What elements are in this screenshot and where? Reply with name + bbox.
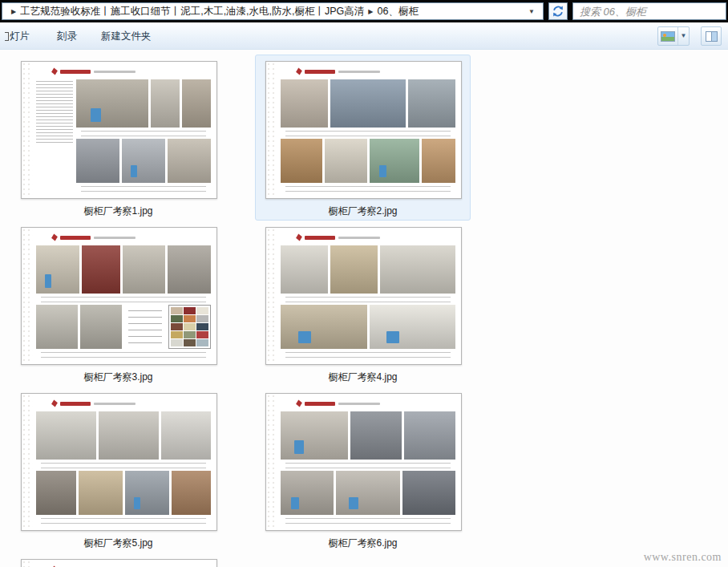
toolbar-item-slideshow[interactable]: 灯片 — [0, 26, 34, 47]
search-input[interactable] — [573, 3, 726, 19]
swatch-cell — [196, 323, 208, 330]
worker-figure — [291, 497, 299, 509]
swatch-cell — [196, 315, 208, 322]
file-item[interactable]: 橱柜厂考察7.jpg — [10, 553, 226, 567]
worker-figure — [131, 165, 137, 177]
photo-row — [281, 471, 455, 515]
photo-shade — [82, 245, 120, 294]
photo-caption-lines — [41, 461, 206, 469]
photo-tile — [76, 79, 148, 128]
photo-shade — [408, 79, 455, 128]
file-item[interactable]: 橱柜厂考察4.jpg — [255, 221, 471, 387]
photo-shade — [281, 245, 328, 294]
photo-tile — [151, 79, 180, 128]
preview-pane-button[interactable] — [701, 26, 722, 46]
photo-tile — [182, 79, 211, 128]
photo-caption-lines — [41, 350, 206, 358]
watermark: www.snren.com — [644, 551, 722, 564]
file-thumbnail — [265, 227, 462, 365]
photo-tile — [82, 245, 120, 294]
photo-row — [36, 411, 211, 460]
views-dropdown-icon[interactable]: ▼ — [677, 27, 689, 45]
worker-figure — [298, 331, 311, 343]
material-swatch-grid — [168, 305, 211, 349]
page-title-decoration — [305, 236, 335, 240]
file-item[interactable]: 橱柜厂考察6.jpg — [255, 387, 471, 553]
page-subtitle-decoration — [94, 71, 135, 73]
photo-tile — [161, 411, 211, 460]
file-item[interactable]: 橱柜厂考察1.jpg — [10, 55, 226, 221]
file-thumbnail — [265, 61, 462, 199]
photo-shade — [36, 245, 79, 294]
photo-shade — [281, 471, 334, 515]
photo-caption-lines — [81, 129, 206, 137]
breadcrumb-path-segment[interactable]: 工艺规范验收标准丨施工收口细节丨泥工,木工,油漆,水电,防水,橱柜丨JPG高清 — [20, 5, 364, 18]
toolbar-item-new-folder[interactable]: 新建文件夹 — [96, 26, 156, 47]
preview-pane-icon — [706, 31, 718, 42]
photo-tile — [80, 305, 122, 349]
photo-tile — [168, 245, 211, 294]
file-thumbnail — [265, 393, 462, 531]
worker-figure — [349, 497, 358, 509]
thumbnail-view-icon — [661, 31, 675, 42]
page-logo-icon — [51, 234, 58, 241]
change-view-button[interactable]: ▼ — [657, 26, 690, 46]
swatch-cell — [184, 315, 196, 322]
swatch-cell — [196, 339, 208, 346]
photo-caption-lines — [285, 184, 451, 192]
photo-shade — [336, 471, 400, 515]
photo-shade — [281, 139, 322, 183]
photo-tile — [76, 139, 119, 183]
file-thumbnail — [21, 393, 217, 531]
photo-tile — [281, 245, 328, 294]
page-header — [297, 401, 380, 406]
breadcrumb-current-segment[interactable]: 06、橱柜 — [378, 5, 419, 18]
photo-caption-lines — [41, 516, 206, 524]
text-block — [124, 305, 166, 349]
worker-figure — [294, 440, 305, 454]
photo-tile — [380, 245, 455, 294]
photo-area — [36, 245, 211, 359]
search-box — [572, 2, 726, 20]
address-dropdown-icon[interactable]: ▼ — [524, 8, 540, 15]
file-item[interactable]: 橱柜厂考察5.jpg — [10, 387, 226, 553]
command-toolbar: 灯片 刻录 新建文件夹 ▼ — [0, 22, 728, 50]
worker-figure — [45, 274, 51, 288]
photo-tile — [281, 305, 367, 349]
photo-area — [281, 79, 455, 193]
page-subtitle-decoration — [94, 237, 135, 239]
photo-shade — [380, 245, 455, 294]
worker-figure — [134, 497, 140, 509]
photo-tile — [79, 471, 123, 515]
photo-shade — [125, 471, 169, 515]
breadcrumb-separator-icon[interactable]: ▶ — [368, 8, 373, 15]
photo-shade — [76, 139, 119, 183]
photo-shade — [370, 139, 420, 183]
photo-shade — [330, 245, 378, 294]
photo-shade — [36, 411, 96, 460]
breadcrumb-root-arrow-icon[interactable]: ▶ — [11, 8, 16, 15]
page-header — [297, 69, 380, 74]
address-bar[interactable]: ▶ 工艺规范验收标准丨施工收口细节丨泥工,木工,油漆,水电,防水,橱柜丨JPG高… — [2, 2, 544, 20]
photo-row — [281, 139, 455, 183]
photo-area — [281, 411, 455, 525]
page-logo-icon — [296, 234, 302, 241]
file-item[interactable]: 橱柜厂考察3.jpg — [10, 221, 226, 387]
photo-tile — [422, 139, 455, 183]
toolbar-item-burn[interactable]: 刻录 — [52, 26, 82, 47]
photo-shade — [80, 305, 122, 349]
page-header — [52, 235, 135, 240]
refresh-button[interactable] — [548, 2, 568, 20]
photo-tile — [122, 139, 165, 183]
swatch-cell — [196, 331, 208, 338]
photo-caption-lines — [81, 184, 206, 192]
photo-shade — [122, 139, 165, 183]
file-item[interactable]: 橱柜厂考察2.jpg — [255, 55, 471, 221]
photo-shade — [76, 79, 148, 128]
file-name-caption: 橱柜厂考察4.jpg — [265, 371, 460, 384]
photo-row — [36, 305, 211, 349]
swatch-cell — [171, 339, 183, 346]
photo-tile — [123, 245, 166, 294]
file-name-caption: 橱柜厂考察2.jpg — [265, 205, 460, 218]
photo-row — [281, 305, 455, 349]
